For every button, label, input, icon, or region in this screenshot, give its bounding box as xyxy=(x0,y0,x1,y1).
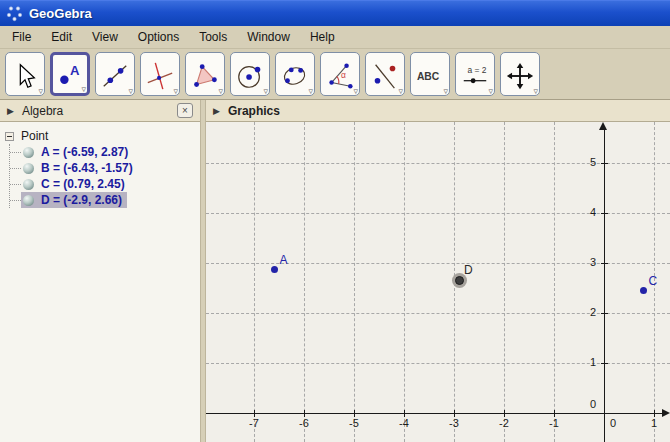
point-definition-label: D = (-2.9, 2.66) xyxy=(41,193,122,207)
y-axis-tick xyxy=(601,213,608,214)
tool-dropdown-arrow-icon[interactable]: ▿ xyxy=(308,87,313,96)
x-axis-tick xyxy=(504,410,505,417)
graph-point-label-C: C xyxy=(649,274,658,288)
point-sphere-icon xyxy=(23,195,34,206)
y-axis-label: 3 xyxy=(566,256,596,268)
point-tool-button[interactable]: A▿ xyxy=(50,52,90,96)
graph-point-D[interactable] xyxy=(455,276,464,285)
menu-view[interactable]: View xyxy=(82,27,128,47)
y-axis-tick xyxy=(601,363,608,364)
tool-dropdown-arrow-icon[interactable]: ▿ xyxy=(488,87,493,96)
tool-dropdown-arrow-icon[interactable]: ▿ xyxy=(263,87,268,96)
menu-edit[interactable]: Edit xyxy=(41,27,82,47)
tree-connector xyxy=(10,184,21,185)
x-axis-label: 1 xyxy=(639,417,669,429)
algebra-point-row[interactable]: B = (-6.43, -1.57) xyxy=(10,160,200,176)
x-axis-arrowhead-icon xyxy=(662,409,670,417)
reflection-icon xyxy=(370,61,400,91)
gridline-vertical xyxy=(254,122,255,442)
y-axis-label: 1 xyxy=(566,356,596,368)
graph-point-label-D: D xyxy=(464,263,473,277)
gridline-vertical xyxy=(504,122,505,442)
slider-tool-button[interactable]: a = 2▿ xyxy=(455,52,495,96)
y-axis-tick xyxy=(601,163,608,164)
tool-dropdown-arrow-icon[interactable]: ▿ xyxy=(173,87,178,96)
point-row-content[interactable]: B = (-6.43, -1.57) xyxy=(21,160,138,176)
line-tool-button[interactable]: ▿ xyxy=(95,52,135,96)
menu-help[interactable]: Help xyxy=(300,27,345,47)
text-tool-button[interactable]: ABC▿ xyxy=(410,52,450,96)
tool-dropdown-arrow-icon[interactable]: ▿ xyxy=(128,87,133,96)
titlebar[interactable]: GeoGebra xyxy=(0,0,670,26)
graphics-title: Graphics xyxy=(228,104,280,118)
text-abc-icon: ABC xyxy=(415,61,445,91)
tool-dropdown-arrow-icon[interactable]: ▿ xyxy=(353,87,358,96)
x-axis-label: -2 xyxy=(489,417,519,429)
angle-tool-button[interactable]: α▿ xyxy=(320,52,360,96)
tree-connector xyxy=(10,152,21,153)
x-axis-label: -6 xyxy=(289,417,319,429)
transform-tool-button[interactable]: ▿ xyxy=(365,52,405,96)
menu-window[interactable]: Window xyxy=(237,27,300,47)
graphics-collapse-arrow-icon[interactable]: ▶ xyxy=(213,106,220,116)
algebra-close-button[interactable]: × xyxy=(177,103,193,118)
graphics-view[interactable]: -7-6-5-4-3-2-101012345ABCD xyxy=(206,122,670,442)
x-axis-tick xyxy=(554,410,555,417)
algebra-header: ▶ Algebra × xyxy=(0,100,200,122)
point-row-content[interactable]: A = (-6.59, 2.87) xyxy=(21,144,133,160)
menu-options[interactable]: Options xyxy=(128,27,189,47)
x-axis-label: -7 xyxy=(239,417,269,429)
x-axis-label: 0 xyxy=(610,417,616,429)
circle-tool-button[interactable]: ▿ xyxy=(230,52,270,96)
y-axis-label: 4 xyxy=(566,206,596,218)
y-axis-tick xyxy=(601,313,608,314)
point-row-content[interactable]: C = (0.79, 2.45) xyxy=(21,176,130,192)
svg-text:ABC: ABC xyxy=(417,70,440,81)
menu-file[interactable]: File xyxy=(2,27,41,47)
algebra-collapse-arrow-icon[interactable]: ▶ xyxy=(7,106,14,116)
svg-text:A: A xyxy=(70,63,80,78)
gridline-vertical xyxy=(354,122,355,442)
x-axis-label: -4 xyxy=(389,417,419,429)
graphics-header: ▶ Graphics xyxy=(206,100,670,122)
algebra-point-row[interactable]: A = (-6.59, 2.87) xyxy=(10,144,200,160)
point-definition-label: B = (-6.43, -1.57) xyxy=(41,161,133,175)
toolbar: ▿A▿▿▿▿▿▿α▿▿ABC▿a = 2▿▿ xyxy=(0,48,670,100)
tool-dropdown-arrow-icon[interactable]: ▿ xyxy=(443,87,448,96)
tree-connector xyxy=(10,200,21,201)
tree-collapse-minus-icon[interactable] xyxy=(5,132,14,141)
algebra-point-row[interactable]: D = (-2.9, 2.66) xyxy=(10,192,200,208)
special-line-tool-button[interactable]: ▿ xyxy=(140,52,180,96)
y-axis-tick xyxy=(601,263,608,264)
tool-dropdown-arrow-icon[interactable]: ▿ xyxy=(398,87,403,96)
x-axis-label: -3 xyxy=(439,417,469,429)
geogebra-logo-icon xyxy=(6,5,23,22)
y-axis-label: 0 xyxy=(566,398,596,410)
graph-point-A[interactable] xyxy=(271,266,278,273)
point-sphere-icon xyxy=(23,163,34,174)
move-tool-button[interactable]: ▿ xyxy=(5,52,45,96)
x-axis-tick xyxy=(254,410,255,417)
point-root-row[interactable]: Point xyxy=(0,128,200,144)
gridline-vertical xyxy=(404,122,405,442)
svg-text:α: α xyxy=(341,69,346,79)
menu-tools[interactable]: Tools xyxy=(189,27,237,47)
algebra-children: A = (-6.59, 2.87)B = (-6.43, -1.57)C = (… xyxy=(9,144,200,208)
tool-dropdown-arrow-icon[interactable]: ▿ xyxy=(533,87,538,96)
graph-point-C[interactable] xyxy=(640,287,647,294)
x-axis-tick xyxy=(304,410,305,417)
circle-icon xyxy=(235,61,265,91)
move-view-tool-button[interactable]: ▿ xyxy=(500,52,540,96)
algebra-point-row[interactable]: C = (0.79, 2.45) xyxy=(10,176,200,192)
point-row-content[interactable]: D = (-2.9, 2.66) xyxy=(21,192,127,208)
tool-dropdown-arrow-icon[interactable]: ▿ xyxy=(218,87,223,96)
y-axis-arrowhead-icon xyxy=(599,122,607,130)
point-sphere-icon xyxy=(23,147,34,158)
point-definition-label: A = (-6.59, 2.87) xyxy=(41,145,128,159)
ellipse-icon xyxy=(280,61,310,91)
polygon-tool-button[interactable]: ▿ xyxy=(185,52,225,96)
tool-dropdown-arrow-icon[interactable]: ▿ xyxy=(38,87,43,96)
tool-dropdown-arrow-icon[interactable]: ▿ xyxy=(81,85,86,94)
conic-tool-button[interactable]: ▿ xyxy=(275,52,315,96)
y-axis-label: 2 xyxy=(566,306,596,318)
